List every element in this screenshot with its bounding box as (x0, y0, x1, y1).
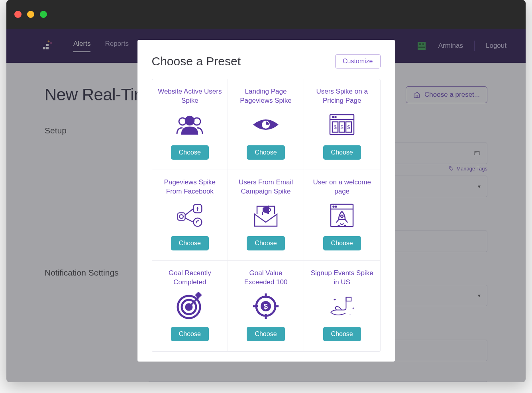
users-icon (175, 109, 205, 140)
traffic-lights (14, 11, 47, 18)
svg-line-32 (185, 209, 194, 215)
customize-button[interactable]: Customize (335, 54, 381, 68)
modal-overlay[interactable]: Choose a Preset Customize Website Active… (6, 29, 526, 382)
window-close-button[interactable] (14, 11, 22, 18)
preset-card-title: Goal Value Exceeded 100 (234, 269, 298, 287)
modal-header: Choose a Preset Customize (152, 54, 381, 68)
preset-card: Users From Email Campaign SpikeChoose (228, 170, 304, 261)
preset-card: Users Spike on a Pricing Page$$$Choose (304, 79, 380, 170)
svg-text:✦: ✦ (334, 297, 337, 302)
preset-grid: Website Active Users SpikeChooseLanding … (152, 79, 381, 352)
svg-point-38 (336, 206, 337, 207)
hand-flag-icon: ✦✦+ (327, 291, 357, 321)
preset-card-title: Website Active Users Spike (158, 87, 222, 106)
svg-point-19 (333, 117, 334, 118)
svg-text:✦: ✦ (352, 307, 355, 310)
svg-point-20 (335, 117, 336, 118)
svg-point-37 (333, 206, 334, 207)
preset-card-title: Pageviews Spike From Facebook (158, 178, 222, 196)
window-minimize-button[interactable] (27, 11, 34, 18)
svg-line-33 (185, 218, 194, 222)
choose-button[interactable]: Choose (171, 145, 209, 160)
target-icon (175, 291, 205, 321)
preset-card-title: User on a welcome page (310, 178, 375, 196)
svg-text:$: $ (334, 124, 337, 130)
svg-rect-31 (194, 218, 202, 227)
svg-text:$: $ (341, 124, 344, 130)
svg-rect-27 (178, 213, 185, 220)
preset-card: Goal Value Exceeded 100$Choose (228, 261, 304, 352)
svg-point-28 (180, 215, 183, 218)
svg-rect-52 (346, 297, 351, 301)
preset-card-title: Landing Page Pageviews Spike (234, 87, 298, 106)
choose-button[interactable]: Choose (171, 327, 209, 341)
eye-icon (251, 109, 281, 140)
preset-card: Website Active Users SpikeChoose (152, 79, 228, 170)
window-titlebar (6, 0, 526, 29)
modal-title: Choose a Preset (152, 55, 241, 68)
social-icon: f (175, 200, 205, 231)
preset-card: Signup Events Spike in US✦✦+Choose (304, 261, 380, 352)
preset-card: Landing Page Pageviews SpikeChoose (228, 79, 304, 170)
choose-button[interactable]: Choose (247, 327, 285, 341)
preset-card-title: Users From Email Campaign Spike (234, 178, 298, 196)
mail-megaphone-icon (251, 200, 281, 231)
crosshair-dollar-icon: $ (251, 291, 281, 321)
choose-button[interactable]: Choose (323, 145, 361, 160)
choose-button[interactable]: Choose (323, 327, 361, 341)
rocket-icon (327, 200, 357, 231)
svg-text:+: + (349, 313, 351, 316)
svg-text:f: f (197, 205, 199, 212)
browser-window: Alerts Reports Arminas Logout New Real-T… (6, 0, 526, 382)
svg-point-39 (341, 215, 343, 217)
svg-text:$: $ (347, 124, 351, 130)
preset-card-title: Users Spike on a Pricing Page (310, 87, 375, 106)
choose-button[interactable]: Choose (171, 236, 209, 250)
preset-card: User on a welcome pageChoose (304, 170, 380, 261)
preset-modal: Choose a Preset Customize Website Active… (137, 40, 395, 362)
preset-card-title: Signup Events Spike in US (310, 269, 375, 287)
preset-card: Goal Recently CompletedChoose (152, 261, 228, 352)
pricing-icon: $$$ (327, 109, 357, 140)
choose-button[interactable]: Choose (247, 145, 285, 160)
choose-button[interactable]: Choose (247, 236, 285, 250)
window-maximize-button[interactable] (40, 11, 47, 18)
svg-line-43 (189, 297, 198, 307)
choose-button[interactable]: Choose (323, 236, 361, 250)
preset-card: Pageviews Spike From FacebookfChoose (152, 170, 228, 261)
svg-text:$: $ (264, 303, 268, 311)
preset-card-title: Goal Recently Completed (158, 269, 222, 287)
